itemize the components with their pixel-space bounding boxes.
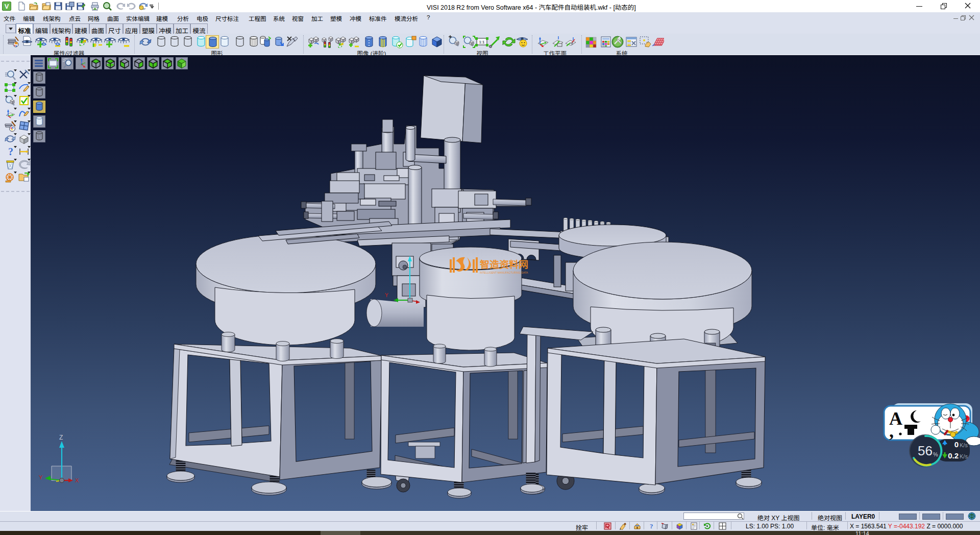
svg-text:,: , xyxy=(889,421,894,441)
svg-text:1:1: 1:1 xyxy=(479,40,485,44)
svg-text:56: 56 xyxy=(918,443,933,458)
svg-text:Z: Z xyxy=(59,434,63,441)
svg-text:智造资料网: 智造资料网 xyxy=(480,259,528,270)
svg-text:Y: Y xyxy=(385,293,388,298)
svg-text:0.2: 0.2 xyxy=(948,451,959,460)
svg-text:0: 0 xyxy=(954,440,959,449)
svg-text:?: ? xyxy=(8,146,13,157)
svg-text:Y: Y xyxy=(39,474,43,480)
svg-text:K/s: K/s xyxy=(960,442,968,448)
svg-text:K/s: K/s xyxy=(960,453,968,459)
svg-text:X: X xyxy=(75,477,79,483)
svg-text:?: ? xyxy=(650,522,653,530)
svg-text:%: % xyxy=(933,451,938,457)
svg-text:INTELLIGENT MANUFACTURING DATA: INTELLIGENT MANUFACTURING DATA xyxy=(480,271,528,274)
